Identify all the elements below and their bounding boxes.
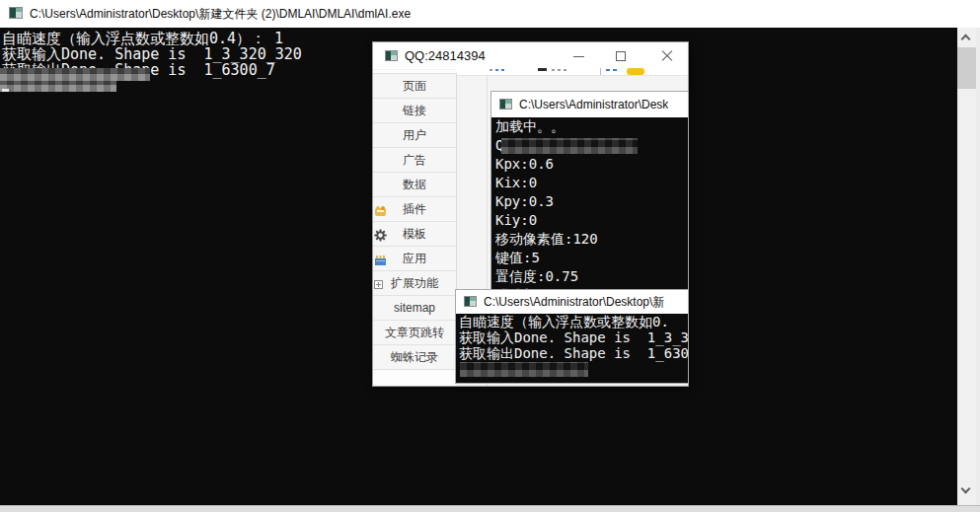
param-console-titlebar: C:\Users\Administrator\Desk <box>491 92 688 117</box>
scroll-up-icon[interactable] <box>962 34 970 41</box>
qq-minimize-button[interactable] <box>562 42 595 70</box>
toolbar-button-clipped[interactable] <box>627 68 644 75</box>
toolbar-fragment <box>613 69 617 71</box>
param-console-title: C:\Users\Administrator\Desk <box>519 98 668 111</box>
sidebar-item-apps[interactable]: 应用 <box>373 247 456 271</box>
window-frame-right <box>976 0 980 512</box>
qq-close-button[interactable] <box>650 42 684 70</box>
window-frame-bottom <box>0 505 980 512</box>
console-line: 获取输入Done. Shape is 1_3_320_320 <box>2 46 302 62</box>
console-app-icon <box>9 5 23 23</box>
console-line: 置信度:0.75 <box>495 267 688 286</box>
console-line: 键值:5 <box>495 249 688 267</box>
toolbar-fragment <box>606 69 610 71</box>
maximize-icon <box>616 51 626 61</box>
qq-window-icon <box>385 47 398 65</box>
toolbar-fragment <box>501 69 504 71</box>
censored-block <box>501 138 638 154</box>
sidebar-item-article-redirect[interactable]: 文章页跳转 <box>373 321 456 345</box>
console-line: 自瞄速度（输入浮点数或整数如0.4）： 1 <box>2 31 283 46</box>
console-line: Kiy:0 <box>495 211 688 230</box>
overlay-console-window: C:\Users\Administrator\Desktop\新 自瞄速度（输入… <box>455 289 689 384</box>
toolbar-fragment <box>552 69 555 71</box>
plugin-icon <box>374 203 387 216</box>
main-console-scrollbar[interactable] <box>957 28 976 505</box>
console-line: 加载中。。 <box>495 117 688 136</box>
console-line: 移动像素值:120 <box>495 230 688 249</box>
sidebar-item-users[interactable]: 用户 <box>373 123 456 148</box>
qq-window-titlebar: QQ:24814394 <box>373 42 688 70</box>
main-window-title: C:\Users\Administrator\Desktop\新建文件夹 (2)… <box>30 6 411 23</box>
toolbar-fragment <box>495 69 498 71</box>
qq-toolbar-clipped <box>457 68 688 76</box>
overlay-console-output: 自瞄速度（输入浮点数或整数如0. 获取输入Done. Shape is 1_3_… <box>456 314 688 383</box>
console-line: 自瞄速度（输入浮点数或整数如0. <box>459 314 688 329</box>
sidebar-item-data[interactable]: 数据 <box>373 173 456 197</box>
toolbar-fragment <box>558 69 561 71</box>
sidebar-item-sitemap[interactable]: sitemap <box>373 296 456 321</box>
console-app-icon <box>464 293 477 311</box>
censored-block <box>460 362 588 377</box>
gear-icon <box>374 228 387 241</box>
overlay-console-titlebar: C:\Users\Administrator\Desktop\新 <box>456 290 688 314</box>
sidebar-item-ads[interactable]: 广告 <box>373 148 456 173</box>
console-line: 获取输出Done. Shape is 1_6300 <box>459 345 688 361</box>
sidebar-item-links[interactable]: 链接 <box>373 99 456 123</box>
apps-icon <box>374 253 387 265</box>
toolbar-fragment <box>564 69 566 71</box>
qq-window-title: QQ:24814394 <box>405 48 486 63</box>
console-cursor <box>2 89 9 92</box>
overlay-console-title: C:\Users\Administrator\Desktop\新 <box>484 294 664 311</box>
qq-maximize-button[interactable] <box>604 42 638 70</box>
scroll-down-icon[interactable] <box>962 487 970 495</box>
sidebar-item-pages[interactable]: 页面 <box>373 74 456 99</box>
scrollbar-thumb[interactable] <box>957 47 976 89</box>
toolbar-fragment <box>490 69 492 71</box>
toolbar-fragment <box>538 68 547 71</box>
minimize-icon <box>573 56 584 57</box>
console-line: Kpx:0.6 <box>495 155 688 174</box>
censored-block <box>0 68 150 81</box>
extension-icon <box>374 277 387 290</box>
sidebar-item-templates[interactable]: 模板 <box>373 222 456 247</box>
sidebar-item-extensions[interactable]: 扩展功能 <box>373 271 456 296</box>
sidebar-item-spider-log[interactable]: 蜘蛛记录 <box>373 345 456 370</box>
censored-block <box>0 81 116 92</box>
sidebar-item-plugins[interactable]: 插件 <box>373 197 456 222</box>
main-window-titlebar: C:\Users\Administrator\Desktop\新建文件夹 (2)… <box>0 0 980 28</box>
toolbar-separator <box>600 68 601 75</box>
qq-sidebar: 页面 链接 用户 广告 数据 插件 模板 应用 <box>373 73 457 370</box>
console-line: Kix:0 <box>495 174 688 192</box>
desktop-stage: C:\Users\Administrator\Desktop\新建文件夹 (2)… <box>0 0 980 512</box>
console-line: 获取输入Done. Shape is 1_3_32 <box>459 329 688 345</box>
console-line: Kpy:0.3 <box>495 192 688 211</box>
console-app-icon <box>499 96 512 113</box>
close-icon <box>661 50 673 62</box>
